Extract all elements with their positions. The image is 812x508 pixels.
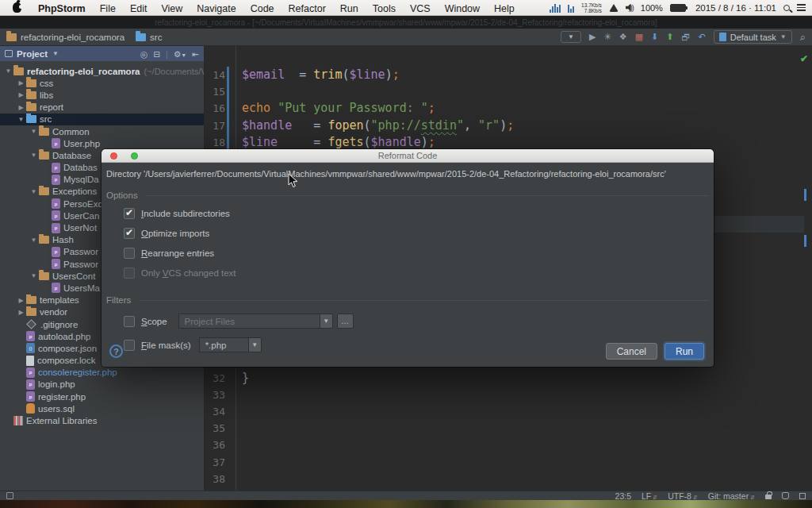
vcs-commit-icon[interactable]: ⬆ [666,32,673,42]
tree-item-common[interactable]: ▼Common [0,125,204,137]
debug-icon[interactable]: ✳ [604,32,611,42]
chevron-down-icon[interactable]: ▼ [52,50,59,57]
breadcrumb-src[interactable]: src [136,33,162,42]
chevron-right-icon[interactable]: ▶ [16,104,26,111]
checkbox[interactable] [124,208,135,219]
code-line-18[interactable]: 18$line = fgets($handle); [205,134,812,151]
menu-help[interactable]: Help [494,3,515,14]
code-line-36[interactable]: 36 [205,437,812,453]
tree-item-report[interactable]: ▶report [0,102,204,114]
option-label[interactable]: Optimize imports [141,229,209,238]
code-line-15[interactable]: 15 [205,83,812,100]
dialog-titlebar[interactable]: Reformat Code [102,149,714,163]
scrollbar-mark[interactable] [804,189,806,201]
volume-icon[interactable]: ))) [626,4,634,12]
code-line-16[interactable]: 16echo "Put your Password: "; [205,100,812,117]
tree-item-libs[interactable]: ▶libs [0,89,204,101]
menu-edit[interactable]: Edit [130,3,147,14]
close-icon[interactable] [110,152,117,160]
help-button[interactable]: ? [109,344,123,358]
hector-inspector-icon[interactable] [782,492,789,499]
menu-run[interactable]: Run [340,3,358,14]
menu-vcs[interactable]: VCS [410,3,431,14]
breadcrumb-project[interactable]: refactoring-eloi_rocamora [6,33,124,42]
chevron-down-icon[interactable]: ▼ [3,67,13,75]
tree-item-css[interactable]: ▶css [0,77,204,89]
battery-icon[interactable] [670,4,686,12]
checkbox[interactable] [124,267,135,279]
option-label[interactable]: Only VCS changed text [141,268,236,278]
background-tasks-icon[interactable] [799,493,806,499]
menu-refactor[interactable]: Refactor [289,3,326,14]
code-line-14[interactable]: 14$email = trim($line); [205,67,812,83]
apple-menu-icon[interactable] [13,2,21,13]
chevron-right-icon[interactable]: ▶ [16,91,26,98]
code-line-34[interactable]: 34 [205,403,812,420]
readonly-lock-icon[interactable] [765,495,772,499]
git-branch-selector[interactable]: Git: master⇵ [708,491,755,501]
run-icon[interactable]: ▶ [589,32,596,42]
chevron-right-icon[interactable]: ▶ [16,79,26,87]
chevron-down-icon[interactable]: ▼ [29,188,39,195]
cpu-monitor-icon[interactable] [550,3,561,13]
encoding-selector[interactable]: UTF-8⇵ [668,491,698,501]
tree-item-consoleregister-php[interactable]: pconsoleregister.php [0,367,204,379]
changes-icon[interactable]: 🗗 [681,33,690,42]
caret-position[interactable]: 23:5 [615,491,631,501]
toolwindow-toggle-icon[interactable] [6,492,13,499]
vcs-update-icon[interactable]: ⬇ [651,32,658,42]
code-line-38[interactable]: 38 [205,471,812,487]
chevron-down-icon[interactable]: ▼ [16,116,26,123]
chevron-down-icon[interactable]: ▼ [29,152,39,159]
tree-item-external-libraries[interactable]: External Libraries [0,414,204,426]
locate-file-icon[interactable]: ◎ [140,49,147,59]
hide-panel-icon[interactable]: ⇤ [192,49,199,59]
run-button[interactable]: Run [665,343,704,360]
scrollbar-mark[interactable] [804,235,806,247]
task-combo[interactable]: Default task ▼ [714,30,792,44]
menu-navigate[interactable]: Navigate [197,3,236,14]
notification-center-icon[interactable] [797,4,806,11]
tree-item-login-php[interactable]: plogin.php [0,379,204,391]
menu-code[interactable]: Code [251,3,274,14]
option-label[interactable]: Include subdirectories [141,209,230,218]
code-line-32[interactable]: 32} [205,370,812,387]
scope-browse-button[interactable]: … [337,314,354,329]
inspection-ok-icon[interactable]: ✔ [800,53,808,64]
code-line-17[interactable]: 17$handle = fopen("php://stdin", "r"); [205,117,812,134]
scope-checkbox[interactable] [124,316,135,327]
cancel-button[interactable]: Cancel [606,343,657,360]
line-ending-selector[interactable]: LF⇵ [642,491,657,501]
menu-view[interactable]: View [161,3,182,14]
project-panel-title[interactable]: Project [17,49,48,59]
tree-item-users-sql[interactable]: users.sql [0,402,204,414]
menu-phpstorm[interactable]: PhpStorm [38,3,86,14]
coverage-icon[interactable]: ❖ [619,32,627,42]
code-line-33[interactable]: 33 [205,387,812,403]
undo-icon[interactable]: ↶ [698,32,705,42]
menu-file[interactable]: File [100,3,116,14]
code-line-37[interactable]: 37 [205,454,812,471]
chevron-right-icon[interactable]: ▶ [16,309,26,316]
search-everywhere-icon[interactable]: ⌕ [800,31,806,44]
chevron-right-icon[interactable]: ▶ [16,297,26,304]
run-configuration-dropdown[interactable]: ▼ [561,31,581,43]
code-line-35[interactable]: 35 [205,420,812,437]
network-speed[interactable]: 13.7Kb/s 7.8Kb/s [581,2,602,13]
chevron-down-icon[interactable]: ▼ [29,272,39,279]
tree-item-register-php[interactable]: pregister.php [0,391,204,402]
profiler-icon[interactable]: ▦ [635,32,643,42]
memory-monitor-icon[interactable] [568,3,574,13]
checkbox[interactable] [124,228,135,239]
tree-item-src[interactable]: ▼src [0,114,204,125]
chevron-down-icon[interactable]: ▼ [29,237,39,244]
zoom-icon[interactable] [131,152,138,160]
scope-combo[interactable]: Project Files ▼ [178,314,333,329]
tree-item-refactoring-eloi-rocamora[interactable]: ▼refactoring-eloi_rocamora(~/Documents/V… [0,65,204,77]
menubar-clock[interactable]: 2015 / 8 / 16 · 11:01 [695,3,776,13]
tree-item-user-php[interactable]: pUser.php [0,137,204,149]
wifi-icon[interactable] [609,4,619,12]
spotlight-search-icon[interactable] [783,5,790,11]
menu-tools[interactable]: Tools [373,3,396,14]
collapse-all-icon[interactable]: ⊟ [153,49,160,59]
